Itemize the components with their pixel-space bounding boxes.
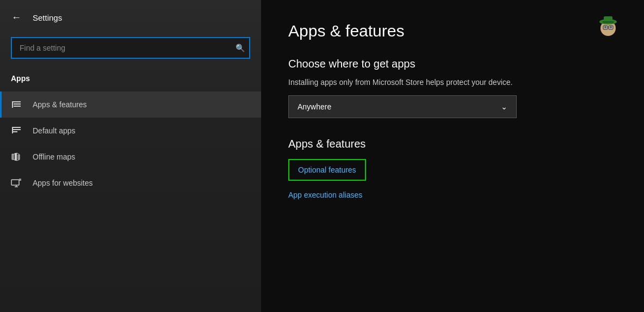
search-box-container: 🔍 xyxy=(11,37,250,59)
svg-rect-5 xyxy=(12,129,21,130)
sidebar-item-offline-maps[interactable]: Offline maps xyxy=(0,144,261,170)
svg-rect-19 xyxy=(603,26,608,29)
sidebar-header: ← Settings xyxy=(0,0,261,35)
nav-items: Apps & features Default apps xyxy=(0,91,261,196)
choose-section-desc: Installing apps only from Microsoft Stor… xyxy=(288,78,617,87)
chevron-down-icon: ⌄ xyxy=(501,102,507,111)
svg-rect-7 xyxy=(12,127,13,133)
search-input[interactable] xyxy=(11,37,250,59)
offline-maps-label: Offline maps xyxy=(33,152,75,161)
svg-rect-12 xyxy=(19,179,21,181)
apps-features-section-heading: Apps & features xyxy=(288,138,617,150)
main-content: Apps & features Choose where to get apps… xyxy=(261,0,644,312)
apps-for-websites-icon xyxy=(11,178,22,188)
back-button[interactable]: ← xyxy=(9,10,24,25)
optional-features-link[interactable]: Optional features xyxy=(288,159,366,181)
search-icon: 🔍 xyxy=(236,44,245,52)
app-execution-aliases-link[interactable]: App execution aliases xyxy=(288,191,617,199)
apps-section-label: Apps xyxy=(0,70,261,91)
svg-rect-16 xyxy=(603,21,614,23)
svg-rect-11 xyxy=(11,180,19,185)
sidebar-item-apps-features[interactable]: Apps & features xyxy=(0,91,261,118)
sidebar: ← Settings 🔍 Apps Apps & features xyxy=(0,0,261,312)
apps-features-icon xyxy=(11,99,22,110)
dropdown-value: Anywhere xyxy=(298,102,331,111)
default-apps-icon xyxy=(11,125,22,136)
apps-for-websites-label: Apps for websites xyxy=(33,179,93,187)
svg-rect-10 xyxy=(17,155,20,160)
sidebar-item-apps-for-websites[interactable]: Apps for websites xyxy=(0,170,261,196)
apps-features-label: Apps & features xyxy=(33,100,87,109)
choose-section-heading: Choose where to get apps xyxy=(288,58,617,70)
sidebar-item-default-apps[interactable]: Default apps xyxy=(0,118,261,144)
page-title: Apps & features xyxy=(288,22,617,40)
svg-rect-8 xyxy=(12,154,14,160)
svg-rect-20 xyxy=(609,26,613,29)
sidebar-title: Settings xyxy=(33,13,62,22)
app-source-dropdown[interactable]: Anywhere ⌄ xyxy=(288,95,517,118)
svg-rect-0 xyxy=(12,101,21,102)
avatar xyxy=(594,11,622,39)
offline-maps-icon xyxy=(11,151,22,162)
svg-rect-1 xyxy=(12,101,13,108)
svg-rect-2 xyxy=(14,103,21,105)
default-apps-label: Default apps xyxy=(33,126,76,135)
svg-rect-3 xyxy=(14,106,21,107)
svg-rect-4 xyxy=(12,127,21,128)
svg-rect-9 xyxy=(15,153,17,161)
